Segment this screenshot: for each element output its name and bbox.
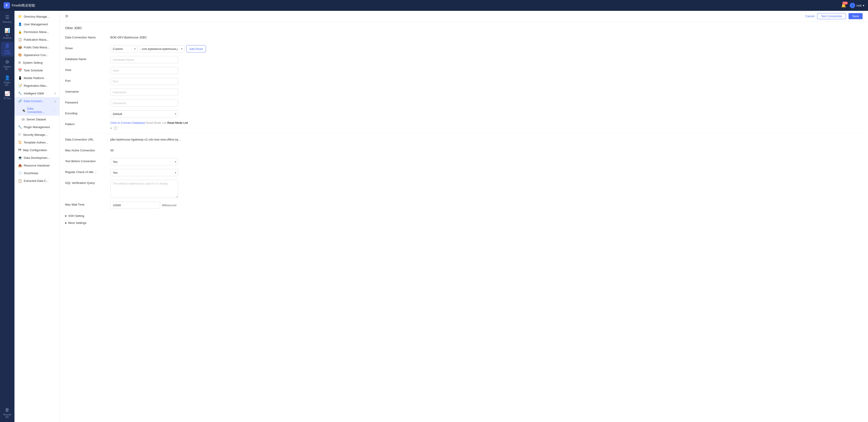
nav-item-plugin-management[interactable]: 🔧 Plugin Management [14, 123, 59, 131]
nav-item-extracted-data-c[interactable]: 📋 Extracted Data C... [14, 177, 59, 185]
pattern-read-mode-label: Read Mode List [167, 121, 188, 125]
nav-item-registration-man[interactable]: 📝 Registration Man... [14, 82, 59, 90]
action-bar: ⚙ Cancel Test Connection Save [60, 11, 868, 22]
map-configuration-icon: 🗺 [18, 148, 21, 152]
form-settings-icon[interactable]: ⚙ [65, 14, 68, 18]
data-connections-dots: ⋯ [52, 108, 56, 112]
sidebar-item-label: Data Center [2, 50, 13, 55]
nav-item-label: Extracted Data C... [24, 179, 49, 183]
form-divider [65, 133, 863, 134]
user-avatar: 👤 [850, 3, 855, 8]
notification-bell[interactable]: 🔔 540 [841, 3, 846, 8]
regular-check-select[interactable]: Yes No [110, 169, 178, 176]
nav-item-shuzhiniao[interactable]: 📄 Shuzhiniao [14, 169, 59, 177]
task-schedule-icon: 📅 [18, 68, 22, 72]
section-title: Other JDBC [65, 26, 863, 30]
nav-item-label: User Management [24, 23, 48, 26]
nav-item-label: Mobile Platform [24, 76, 44, 80]
encoding-row: Encoding Default UTF-8 GBK ▾ [65, 110, 863, 118]
nav-item-publication-mana[interactable]: 📋 Publication Mana... [14, 36, 59, 43]
url-row: Data Connection URL jdbc:bytehouse://gat… [65, 136, 863, 144]
driver-type-select[interactable]: Custom Built-in [110, 45, 137, 53]
form-content: Other JDBC Data Connection Name BOE-DEV-… [60, 22, 868, 422]
sidebar-item-label: Directory [3, 21, 12, 23]
nav-sub-item-server-dataset[interactable]: 🗃 Server Dataset [14, 116, 59, 123]
password-label: Password [65, 99, 110, 104]
test-connection-button[interactable]: Test Connection [817, 13, 846, 19]
add-driver-button[interactable]: Add Driver [186, 45, 206, 53]
user-management-icon: 👤 [18, 22, 22, 26]
nav-item-task-schedule[interactable]: 📅 Task Schedule [14, 66, 59, 74]
test-before-row: Test Before Connection Yes No ▾ [65, 158, 863, 165]
password-input[interactable] [110, 99, 178, 107]
nav-item-directory-manage[interactable]: 📁 Directory Manage... [14, 13, 59, 20]
nav-sub-item-label: Server Dataset [26, 118, 46, 121]
test-before-select[interactable]: Yes No [110, 158, 178, 165]
more-settings-arrow: ▶ [65, 221, 67, 224]
sql-query-textarea[interactable] [110, 180, 178, 198]
pattern-link[interactable]: Click to Connect Database [110, 121, 145, 125]
template-authen-icon: 📜 [18, 140, 22, 144]
nav-panel: 📁 Directory Manage... 👤 User Management … [14, 11, 60, 422]
port-label: Port [65, 78, 110, 83]
connection-name-label: Data Connection Name [65, 34, 110, 39]
port-input[interactable] [110, 78, 178, 85]
sidebar-item-directory[interactable]: ☰ Directory [1, 13, 13, 25]
more-settings-section[interactable]: ▶ More Settings [65, 219, 863, 226]
username-input[interactable] [110, 89, 178, 96]
sidebar-item-bi-tool[interactable]: 📈 BI Tool [1, 89, 13, 101]
encoding-select[interactable]: Default UTF-8 GBK [110, 110, 178, 118]
recycle-bin-icon: 🗑 [5, 407, 9, 413]
nav-item-resource-handover[interactable]: 📤 Resource Handover [14, 162, 59, 169]
max-wait-label: Max Wait Time [65, 201, 110, 206]
regular-check-row: Regular Check of Idle ... Yes No ▾ [65, 169, 863, 176]
nav-item-permission-mana[interactable]: 🔒 Permission Mana... [14, 28, 59, 36]
db-name-row: Database Name [65, 56, 863, 63]
user-info[interactable]: 👤 root ▾ [850, 3, 864, 8]
encoding-wrapper: Default UTF-8 GBK ▾ [110, 110, 178, 118]
nav-item-user-management[interactable]: 👤 User Management [14, 20, 59, 28]
extracted-data-c-icon: 📋 [18, 179, 22, 183]
ssh-setting-label: SSH Setting [68, 214, 84, 218]
host-input[interactable] [110, 67, 178, 74]
sidebar-item-my-analysis[interactable]: 📊 My Analysis [1, 26, 13, 41]
nav-sub-item-data-connections[interactable]: 🔌 Data Connection... ⋯ [14, 105, 59, 116]
directory-manage-icon: 📁 [18, 15, 22, 18]
cancel-button[interactable]: Cancel [805, 14, 814, 18]
sidebar-item-data-center[interactable]: 🗄 Data Center [1, 42, 13, 57]
nav-item-label: Permission Mana... [24, 30, 49, 34]
app-title: FineBI商业智能 [12, 3, 35, 8]
max-wait-input[interactable] [110, 201, 160, 209]
sidebar-item-plugin-us[interactable]: 👤 Plugin-Us... [1, 73, 13, 88]
data-connect-arrow: ▴ [55, 100, 56, 103]
pattern-help-icon[interactable]: ? [114, 126, 117, 130]
nav-item-label: Template Authen... [24, 141, 48, 144]
db-name-input[interactable] [110, 56, 178, 63]
security-manage-icon: 🛡 [18, 133, 21, 136]
pattern-collapse[interactable]: ▾ [110, 127, 112, 130]
nav-item-label: Registration Man... [24, 84, 49, 88]
nav-item-system-setting[interactable]: ⚙ System Setting [14, 59, 59, 66]
nav-item-mobile-platform[interactable]: 📱 Mobile Platform [14, 74, 59, 82]
nav-item-intelligent-om[interactable]: 🔧 Intelligent O&M ▾ [14, 90, 59, 97]
max-active-label: Max Active Connection [65, 147, 110, 152]
ssh-setting-section[interactable]: ▶ SSH Setting [65, 213, 863, 219]
nav-item-public-data-mana[interactable]: 📦 Public Data Mana... [14, 43, 59, 51]
driver-value-select[interactable]: com.bytedance.bytehouse.j... [139, 45, 184, 53]
pattern-read-mode: Read Mode List [146, 121, 166, 125]
nav-item-data-developmen[interactable]: 💻 Data Developmen... [14, 154, 59, 162]
plugin-us-icon: 👤 [4, 75, 10, 80]
nav-sub-item-label: Data Connection... [27, 107, 51, 113]
action-bar-left: ⚙ [65, 14, 68, 18]
data-connect-icon: 🔗 [18, 99, 22, 103]
nav-item-map-configuration[interactable]: 🗺 Map Configuration [14, 146, 59, 154]
sidebar-item-recycle-bin[interactable]: 🗑 Recycle Bin [1, 405, 13, 420]
url-label: Data Connection URL [65, 136, 110, 141]
logo-icon: F [4, 2, 10, 8]
sidebar-item-system-m[interactable]: ⚙ System M... [1, 57, 13, 72]
save-button[interactable]: Save [848, 13, 863, 19]
nav-item-template-authen[interactable]: 📜 Template Authen... [14, 138, 59, 146]
nav-item-security-manage[interactable]: 🛡 Security Manage... [14, 131, 59, 138]
nav-item-appearance-con[interactable]: 🎨 Appearance Con... [14, 51, 59, 59]
nav-item-data-connect[interactable]: 🔗 Data Connect... ▴ [14, 97, 59, 105]
